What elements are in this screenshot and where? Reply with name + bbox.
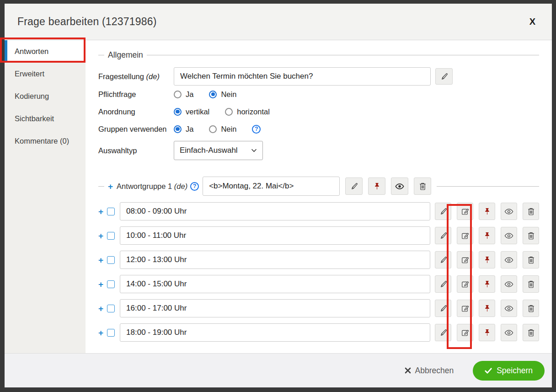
plus-icon[interactable]: + [108,182,113,191]
question-circle-icon[interactable]: ? [190,182,199,191]
radio-checked-icon[interactable] [209,91,217,98]
plus-icon[interactable]: + [98,328,103,337]
save-button[interactable]: Speichern [473,361,545,381]
sidebar-item-kommentare[interactable]: Kommentare (0) [5,130,86,152]
answer-input[interactable] [120,226,430,245]
pin-answer-button[interactable] [479,300,495,317]
pin-group-button[interactable] [368,177,385,195]
x-icon [405,367,411,374]
sidebar-item-sichtbarkeit[interactable]: Sichtbarkeit [5,107,86,130]
advanced-edit-button[interactable] [457,251,473,268]
eye-icon-button[interactable] [391,177,408,195]
advanced-edit-button[interactable] [457,300,473,317]
answer-checkbox[interactable] [107,232,115,240]
answer-input[interactable] [120,202,430,220]
pin-answer-button[interactable] [479,275,495,293]
pushpin-icon [484,208,491,215]
delete-answer-button[interactable] [523,324,539,341]
answer-group-input[interactable] [203,177,340,196]
pin-answer-button[interactable] [479,203,495,220]
edit-answer-button[interactable] [435,227,451,244]
answer-input[interactable] [120,299,430,317]
cancel-button[interactable]: Abbrechen [405,366,454,376]
plus-icon[interactable]: + [98,256,103,264]
answer-checkbox[interactable] [107,256,115,264]
pencil-icon [439,256,447,264]
sidebar-item-erweitert[interactable]: Erweitert [5,63,86,85]
arrangement-option-vertikal[interactable]: vertikal [174,107,209,116]
answer-group-label: Antwortgruppe 1 (de) [117,182,187,191]
arrangement-option-horizontal[interactable]: horizontal [225,107,270,116]
eye-icon-button[interactable] [501,203,517,220]
edit-question-button[interactable] [435,68,453,85]
question-input[interactable] [174,67,431,86]
answer-checkbox[interactable] [107,329,115,337]
eye-icon-button[interactable] [501,275,517,293]
sidebar-item-label: Kommentare (0) [15,137,69,145]
eye-icon [504,257,513,263]
radio-checked-icon[interactable] [174,108,182,116]
sidebar-item-label: Erweitert [15,70,44,78]
advanced-edit-button[interactable] [457,203,473,220]
required-option-nein[interactable]: Nein [209,90,236,99]
sidebar-item-antworten[interactable]: Antworten [5,40,86,63]
edit-answer-button[interactable] [435,275,451,293]
question-label: Fragestellung (de) [98,72,174,81]
eye-icon [504,209,513,215]
radio-checked-icon[interactable] [174,125,182,133]
edit-answer-button[interactable] [435,251,451,268]
language-tag: (de) [174,182,187,190]
delete-answer-button[interactable] [523,300,539,317]
edit-group-button[interactable] [345,177,363,195]
pushpin-icon [484,329,491,337]
eye-icon-button[interactable] [501,227,517,244]
advanced-edit-button[interactable] [457,275,473,293]
radio-icon[interactable] [209,125,217,133]
plus-icon[interactable]: + [98,231,103,240]
answer-input[interactable] [120,275,430,293]
advanced-edit-button[interactable] [457,324,473,341]
advanced-edit-button[interactable] [457,227,473,244]
use-groups-option-ja[interactable]: Ja [174,125,193,134]
edit-answer-button[interactable] [435,203,451,220]
selection-type-select[interactable]: Einfach-Auswahl [174,141,263,160]
delete-answer-button[interactable] [523,251,539,268]
use-groups-label: Gruppen verwenden [98,125,174,134]
delete-answer-button[interactable] [523,227,539,244]
radio-icon[interactable] [225,108,233,116]
sidebar-item-label: Sichtbarkeit [15,114,54,123]
answer-checkbox[interactable] [107,280,115,288]
plus-icon[interactable]: + [98,207,103,216]
selected-value: Einfach-Auswahl [180,146,251,155]
question-circle-icon[interactable]: ? [252,125,261,134]
use-groups-option-nein[interactable]: Nein [209,125,236,134]
edit-answer-button[interactable] [435,300,451,317]
pin-answer-button[interactable] [479,251,495,268]
answer-row: + [98,226,539,245]
plus-icon[interactable]: + [98,304,103,313]
radio-icon[interactable] [174,91,182,98]
eye-icon-button[interactable] [501,324,517,341]
pushpin-icon [484,232,491,240]
answer-checkbox[interactable] [107,305,115,312]
eye-icon-button[interactable] [501,300,517,317]
eye-filled-icon [395,183,404,189]
delete-answer-button[interactable] [523,203,539,220]
plus-icon[interactable]: + [98,280,103,289]
required-option-ja[interactable]: Ja [174,90,193,99]
answer-input[interactable] [120,323,430,342]
edit-answer-button[interactable] [435,324,451,341]
save-label: Speichern [497,366,533,376]
answer-input[interactable] [120,251,430,269]
sidebar-item-kodierung[interactable]: Kodierung [5,85,86,107]
answer-checkbox[interactable] [107,208,115,215]
trash-icon [528,232,535,240]
eye-icon-button[interactable] [501,251,517,268]
delete-answer-button[interactable] [523,275,539,293]
pin-answer-button[interactable] [479,324,495,341]
delete-group-button[interactable] [414,177,431,195]
close-button[interactable]: X [526,15,539,29]
pencil-icon [439,208,447,215]
pin-answer-button[interactable] [479,227,495,244]
divider [437,186,539,187]
